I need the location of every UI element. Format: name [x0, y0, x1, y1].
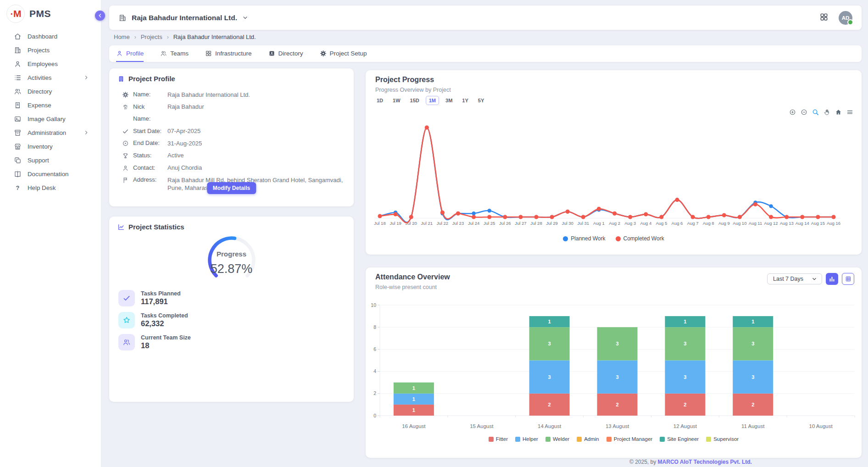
legend-completed-work[interactable]: Completed Work [616, 235, 664, 242]
stat-label: Tasks Planned [141, 290, 181, 297]
svg-text:Aug 6: Aug 6 [672, 221, 683, 226]
sidebar-item-activities[interactable]: Activities [0, 71, 101, 84]
legend-site-engineer[interactable]: Site Engineer [660, 436, 699, 442]
company-selector[interactable]: Raja Bahadur International Ltd. [118, 14, 248, 22]
svg-text:3: 3 [684, 341, 686, 346]
svg-text:8: 8 [373, 324, 376, 330]
sidebar-item-documentation[interactable]: Documentation [0, 167, 101, 181]
svg-text:Aug 7: Aug 7 [687, 221, 699, 226]
range-1d-button[interactable]: 1D [373, 96, 386, 105]
magnify-tool-icon[interactable] [812, 109, 819, 116]
tab-project-setup[interactable]: Project Setup [320, 45, 367, 62]
project-progress-chart[interactable]: Jul 18Jul 19Jul 20Jul 21Jul 22Jul 23Jul … [366, 116, 862, 231]
legend-swatch [489, 437, 494, 442]
svg-text:3: 3 [616, 374, 618, 380]
tab-label: Directory [278, 50, 303, 57]
svg-text:1: 1 [548, 319, 551, 324]
profile-field-start-date-: Start Date: 07-Apr-2025 [117, 125, 345, 138]
contact-icon [268, 50, 275, 57]
sidebar-item-dashboard[interactable]: Dashboard [0, 29, 101, 43]
legend-swatch [606, 437, 612, 442]
legend-label: Project Manager [614, 436, 652, 442]
legend-helper[interactable]: Helper [515, 436, 538, 442]
legend-planned-work[interactable]: Planned Work [563, 235, 605, 242]
svg-text:12 August: 12 August [673, 423, 697, 429]
sidebar-item-expense[interactable]: Expense [0, 98, 101, 112]
flag-icon [122, 177, 129, 183]
range-5y-button[interactable]: 5Y [475, 96, 487, 105]
breadcrumb-home[interactable]: Home [114, 33, 130, 40]
days-filter-select[interactable]: Last 7 Days [767, 273, 822, 284]
legend-welder[interactable]: Welder [545, 436, 569, 442]
zoomin-tool-icon[interactable] [789, 109, 796, 116]
attendance-bar-chart[interactable]: 024681011116 August15 August233114 Augus… [366, 299, 862, 436]
sidebar-item-label: Image Gallary [28, 116, 66, 122]
sidebar-collapse-button[interactable] [95, 11, 105, 21]
bar-chart-icon [829, 276, 835, 283]
svg-text:Aug 1: Aug 1 [593, 221, 605, 226]
svg-text:2: 2 [751, 402, 754, 407]
footer-company-link[interactable]: MARCO AIoT Technologies Pvt. Ltd. [658, 459, 752, 465]
modify-details-button[interactable]: Modify Details [207, 182, 256, 194]
table-grid-icon [845, 276, 851, 282]
legend-project-manager[interactable]: Project Manager [606, 436, 652, 442]
sidebar-item-help-desk[interactable]: Help Desk [0, 181, 101, 195]
svg-text:Jul 30: Jul 30 [562, 221, 573, 226]
building-icon [14, 46, 22, 54]
profile-field-contact-: Contact: Anuj Chordia [117, 162, 345, 174]
time-range-buttons: 1D 1W 15D 1M 3M 1Y 5Y [373, 96, 487, 105]
svg-text:Jul 25: Jul 25 [484, 221, 495, 226]
sidebar-item-label: Expense [28, 102, 51, 109]
apps-grid-button[interactable] [819, 12, 829, 23]
menu-tool-icon[interactable] [846, 109, 853, 116]
breadcrumb-separator: › [134, 34, 136, 40]
svg-text:10: 10 [371, 302, 376, 308]
app-logo[interactable]: M PMS [6, 5, 51, 23]
hand-tool-icon[interactable] [823, 109, 830, 116]
sidebar-item-projects[interactable]: Projects [0, 43, 101, 57]
range-1m-button[interactable]: 1M [426, 96, 439, 105]
receipt-icon [14, 101, 22, 109]
field-value: 31-Aug-2025 [167, 137, 345, 147]
legend-admin[interactable]: Admin [577, 436, 599, 442]
gear-icon [320, 50, 327, 57]
grid4-icon [205, 50, 212, 57]
sidebar-item-employees[interactable]: Employees [0, 57, 101, 71]
tab-directory[interactable]: Directory [268, 45, 303, 62]
svg-text:Jul 31: Jul 31 [578, 221, 589, 226]
svg-text:1: 1 [412, 396, 415, 402]
svg-text:14 August: 14 August [538, 423, 562, 429]
tab-teams[interactable]: Teams [160, 45, 189, 62]
stat-icon-box [118, 312, 135, 328]
range-15d-button[interactable]: 15D [407, 96, 423, 105]
table-view-button[interactable] [842, 273, 854, 285]
stat-value: 62,332 [141, 319, 188, 328]
user-avatar[interactable]: AD [839, 11, 852, 25]
legend-label: Admin [584, 436, 599, 442]
svg-text:11 August: 11 August [741, 423, 765, 429]
fingerprint-icon [122, 104, 129, 111]
field-label: Name: [133, 89, 163, 101]
sidebar-item-inventory[interactable]: Inventory [0, 139, 101, 153]
bar-view-button[interactable] [826, 273, 838, 285]
range-1y-button[interactable]: 1Y [459, 96, 471, 105]
store-icon [14, 143, 22, 150]
svg-text:2: 2 [548, 402, 551, 407]
range-1w-button[interactable]: 1W [389, 96, 404, 105]
svg-text:3: 3 [751, 341, 754, 346]
tab-profile[interactable]: Profile [116, 45, 144, 62]
breadcrumb-projects[interactable]: Projects [141, 33, 162, 40]
sidebar-item-image-gallary[interactable]: Image Gallary [0, 112, 101, 126]
zoomout-tool-icon[interactable] [801, 109, 807, 116]
sidebar-item-support[interactable]: Support [0, 153, 101, 167]
legend-swatch [515, 437, 520, 442]
legend-supervisor[interactable]: Supervisor [706, 436, 739, 442]
legend-dot [563, 236, 568, 241]
sidebar-item-administration[interactable]: Administration [0, 126, 101, 139]
legend-fitter[interactable]: Fitter [489, 436, 508, 442]
sidebar-item-directory[interactable]: Directory [0, 84, 101, 98]
tab-infrastructure[interactable]: Infrastructure [205, 45, 252, 62]
homesolid-tool-icon[interactable] [835, 109, 842, 116]
profile-field-nick-name-: Nick Name: Raja Bahadur [117, 101, 345, 125]
range-3m-button[interactable]: 3M [442, 96, 456, 105]
